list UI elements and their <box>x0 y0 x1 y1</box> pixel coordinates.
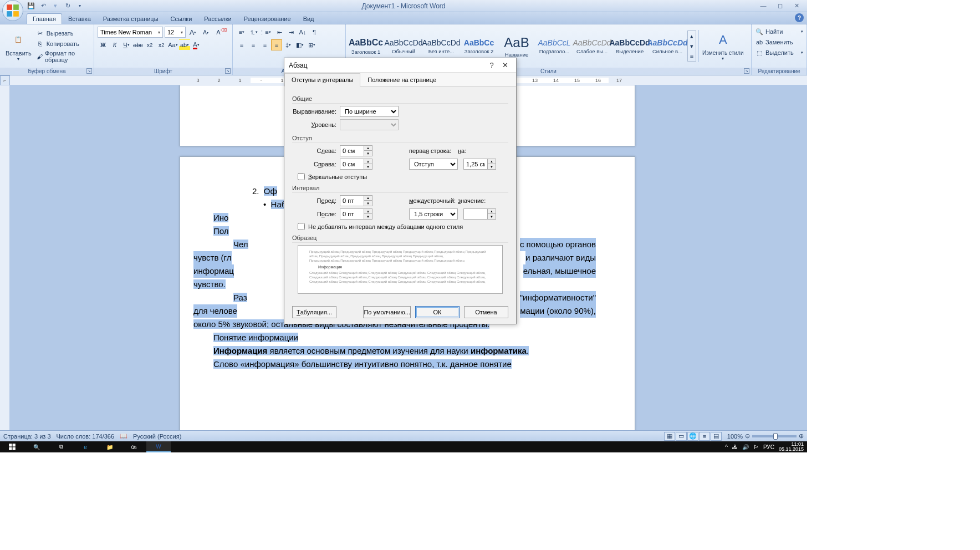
vertical-ruler[interactable] <box>0 85 10 430</box>
tab-layout[interactable]: Разметка страницы <box>97 13 165 24</box>
status-proof-icon[interactable]: 📖 <box>120 432 127 440</box>
zoom-out[interactable]: ⊖ <box>745 432 750 440</box>
style-subtitle[interactable]: AaBbCcLПодзаголо... <box>535 30 573 62</box>
indent-right-input[interactable] <box>340 159 364 170</box>
qat-customize[interactable]: ▾ <box>75 2 84 11</box>
qat-redo[interactable]: ↻ <box>63 2 72 11</box>
superscript-button[interactable]: x2 <box>156 39 167 50</box>
line-spacing-button[interactable]: ‡▾ <box>283 39 294 50</box>
tray-volume-icon[interactable]: 🔊 <box>742 444 749 450</box>
align-right-button[interactable]: ≡ <box>259 39 270 50</box>
numbering-button[interactable]: ⒈▾ <box>248 27 259 38</box>
linespacing-by-input[interactable] <box>463 208 488 220</box>
view-outline[interactable]: ≡ <box>699 432 710 441</box>
firstline-by-spin[interactable]: ▲▼ <box>488 159 496 170</box>
underline-button[interactable]: Ч▾ <box>121 39 132 50</box>
tray-clock[interactable]: 11:0105.11.2015 <box>779 442 804 452</box>
tabs-button[interactable]: Табуляция... <box>292 306 336 318</box>
style-emphasis[interactable]: AaBbCcDdВыделение <box>611 30 649 62</box>
indent-left-input[interactable] <box>340 145 364 156</box>
tab-selector[interactable]: ⌐ <box>0 75 10 85</box>
tab-position[interactable]: Положение на странице <box>360 73 443 86</box>
tray-up[interactable]: ^ <box>725 444 728 450</box>
shrink-font-button[interactable]: A▾ <box>200 27 211 38</box>
zoom-slider[interactable] <box>752 435 797 437</box>
tray-flag-icon[interactable]: 🏳 <box>753 444 759 450</box>
help-button[interactable]: ? <box>795 13 804 22</box>
view-web[interactable]: 🌐 <box>687 432 698 441</box>
start-button[interactable] <box>0 441 24 452</box>
office-button[interactable] <box>2 0 23 21</box>
edge-button[interactable]: e <box>73 441 98 452</box>
font-name-combo[interactable]: Times New Roman▾ <box>98 27 163 38</box>
view-print[interactable]: ▦ <box>664 432 675 441</box>
zoom-in[interactable]: ⊕ <box>799 432 804 440</box>
paste-button[interactable]: 📋 Вставить ▾ <box>2 30 35 63</box>
word-button[interactable]: W <box>146 441 171 452</box>
gallery-more[interactable]: ≡ <box>688 51 696 61</box>
tab-references[interactable]: Ссылки <box>165 13 198 24</box>
change-styles-button[interactable]: A Изменить стили ▾ <box>698 30 747 62</box>
clear-format-button[interactable]: A⌫ <box>213 27 224 38</box>
dialog-help[interactable]: ? <box>485 60 498 71</box>
font-launcher[interactable]: ↘ <box>225 68 231 74</box>
tab-indents[interactable]: Отступы и интервалы <box>284 73 360 86</box>
align-left-button[interactable]: ≡ <box>236 39 247 50</box>
view-fullscreen[interactable]: ▭ <box>676 432 687 441</box>
format-painter-button[interactable]: 🖌Формат по образцу <box>35 49 91 64</box>
dialog-titlebar[interactable]: Абзац ? ✕ <box>284 58 516 73</box>
indent-left-spin[interactable]: ▲▼ <box>364 145 372 156</box>
sort-button[interactable]: A↓ <box>297 27 308 38</box>
align-center-button[interactable]: ≡ <box>248 39 259 50</box>
tab-home[interactable]: Главная <box>27 13 62 24</box>
after-input[interactable] <box>340 208 364 220</box>
after-spin[interactable]: ▲▼ <box>364 208 372 220</box>
tab-review[interactable]: Рецензирование <box>238 13 297 24</box>
firstline-select[interactable]: Отступ <box>409 159 458 170</box>
gallery-up[interactable]: ▴ <box>688 31 696 41</box>
style-subtle-emph[interactable]: AaBbCcDdСлабое вы... <box>573 30 611 62</box>
qat-undo[interactable]: ↶ <box>39 2 48 11</box>
close-button[interactable]: ✕ <box>788 0 805 11</box>
indent-right-spin[interactable]: ▲▼ <box>364 159 372 170</box>
copy-button[interactable]: ⎘Копировать <box>35 39 91 49</box>
status-language[interactable]: Русский (Россия) <box>133 433 181 440</box>
search-button[interactable]: 🔍 <box>24 441 49 452</box>
ok-button[interactable]: ОК <box>415 306 460 318</box>
multilevel-button[interactable]: ⋮≡▾ <box>259 27 270 38</box>
change-case-button[interactable]: Aa▾ <box>167 39 178 50</box>
dialog-close[interactable]: ✕ <box>498 60 512 71</box>
tab-mailings[interactable]: Рассылки <box>198 13 237 24</box>
taskview-button[interactable]: ⧉ <box>49 441 73 452</box>
decrease-indent-button[interactable]: ⇤ <box>274 27 285 38</box>
status-words[interactable]: Число слов: 174/366 <box>57 433 115 440</box>
subscript-button[interactable]: x2 <box>144 39 155 50</box>
align-justify-button[interactable]: ≡ <box>271 39 282 50</box>
maximize-button[interactable]: ◻ <box>772 0 788 11</box>
tab-view[interactable]: Вид <box>297 13 320 24</box>
select-button[interactable]: ⬚Выделить▾ <box>754 48 804 58</box>
shading-button[interactable]: ◧▾ <box>294 39 305 50</box>
explorer-button[interactable]: 📁 <box>98 441 122 452</box>
bullets-button[interactable]: ≡▾ <box>236 27 247 38</box>
linespacing-by-spin[interactable]: ▲▼ <box>488 208 496 220</box>
replace-button[interactable]: abЗаменить <box>754 37 804 47</box>
find-button[interactable]: 🔍Найти▾ <box>754 27 804 37</box>
italic-button[interactable]: К <box>109 39 120 50</box>
zoom-value[interactable]: 100% <box>727 433 743 440</box>
style-strong[interactable]: AaBbCcDdСильное в... <box>649 30 686 62</box>
borders-button[interactable]: ⊞▾ <box>306 39 317 50</box>
increase-indent-button[interactable]: ⇥ <box>285 27 297 38</box>
font-size-combo[interactable]: 12▾ <box>165 27 186 38</box>
tray-lang[interactable]: РУС <box>763 444 774 450</box>
bold-button[interactable]: Ж <box>98 39 109 50</box>
cancel-button[interactable]: Отмена <box>464 306 508 318</box>
styles-launcher[interactable]: ↘ <box>744 68 749 74</box>
cut-button[interactable]: ✂Вырезать <box>35 28 91 38</box>
default-button[interactable]: По умолчанию... <box>363 306 411 318</box>
tab-insert[interactable]: Вставка <box>62 13 97 24</box>
highlight-button[interactable]: ab▾ <box>179 39 190 50</box>
show-marks-button[interactable]: ¶ <box>309 27 320 38</box>
tray-network-icon[interactable]: 🖧 <box>732 444 738 450</box>
before-input[interactable] <box>340 195 364 206</box>
